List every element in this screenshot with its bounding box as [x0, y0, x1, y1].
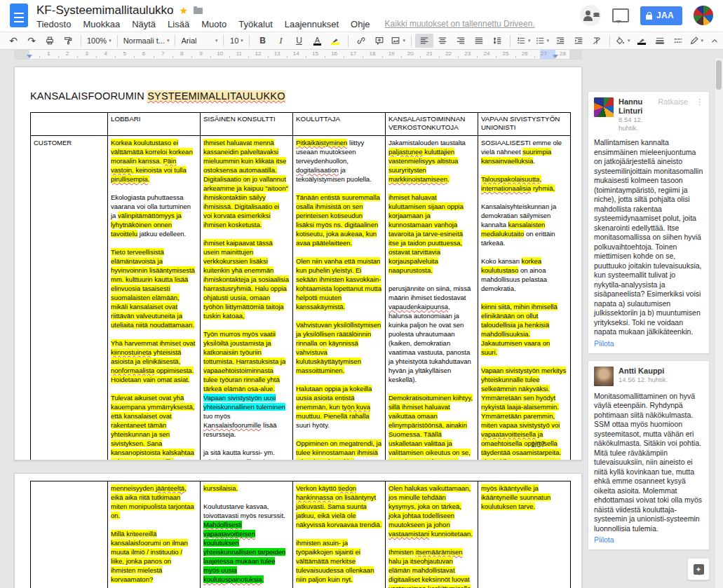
undo-button[interactable]: ↶: [4, 34, 22, 48]
ruler-tick: [58, 56, 59, 58]
ruler-tick: [382, 56, 383, 58]
table-header-role[interactable]: VAPAAN SIVISTYSTYÖN UNIONISTI: [478, 113, 571, 136]
table-cell-empty[interactable]: [31, 481, 108, 588]
presence-icon[interactable]: [580, 5, 601, 26]
clear-formatting-button[interactable]: [588, 34, 606, 48]
align-center-button[interactable]: [433, 34, 452, 48]
paragraph-style-select[interactable]: Normaali t...▾: [121, 34, 172, 48]
comments-icon[interactable]: [612, 8, 629, 22]
table-cell-p2-col3[interactable]: Verkon käyttö tiedon hankinnassa on lisä…: [293, 481, 386, 588]
increase-indent-button[interactable]: [569, 34, 588, 48]
table-header-role[interactable]: LOBBARI: [108, 113, 201, 136]
scrollbar-thumb[interactable]: [716, 60, 722, 90]
text-color-button[interactable]: A: [308, 34, 326, 48]
line-spacing-button[interactable]: [488, 34, 506, 48]
menu-muoto[interactable]: Muoto: [201, 19, 227, 29]
table-header-role[interactable]: SISÄINEN KONSULTTI: [201, 113, 293, 136]
star-icon[interactable]: ★: [180, 6, 189, 15]
insert-link-button[interactable]: [352, 34, 370, 48]
insert-comment-button[interactable]: [370, 34, 388, 48]
border-color-button[interactable]: [633, 34, 651, 48]
cell-paragraph: Demokratisoituminen kiihtyy, sillä ihmis…: [388, 393, 475, 460]
fill-color-button[interactable]: ▾: [614, 34, 633, 48]
move-folder-icon[interactable]: [194, 8, 203, 14]
print-button[interactable]: [41, 34, 59, 48]
border-dash-button[interactable]: [669, 34, 687, 48]
bold-button[interactable]: B: [253, 34, 271, 48]
editing-mode-button[interactable]: ▾: [687, 34, 706, 48]
align-left-button[interactable]: [415, 34, 433, 48]
comment-card[interactable]: Hannu Linturi8.54 12. huhtik.Ratkaise⋮Ma…: [588, 91, 710, 354]
explore-button[interactable]: ✦: [687, 558, 710, 580]
comment-card[interactable]: Antti Kauppi14.56 12. huhtik.Monitasomal…: [588, 360, 710, 551]
cell-paragraph: Ihmisten itsemäärämisen halu ja itseohja…: [388, 547, 475, 588]
cell-paragraph: Olen niin vanha että muistan kun puhelin…: [296, 257, 382, 311]
share-button[interactable]: JAA: [640, 6, 682, 25]
border-width-button[interactable]: [651, 34, 669, 48]
zoom-select[interactable]: 100%▾: [85, 34, 114, 48]
hide-comment-link[interactable]: Piilota: [594, 535, 703, 544]
insert-image-button[interactable]: ▾: [388, 34, 407, 48]
system-model-table-continued[interactable]: menneisyyden jäänteeltä, eikä aika riitä…: [30, 481, 571, 588]
font-size-select[interactable]: 10▾: [227, 34, 245, 48]
hide-comment-link[interactable]: Piilota: [594, 339, 703, 348]
table-header-role[interactable]: KANSALAISTOIMINNAN VERKOSTONKUTOJA: [386, 113, 478, 136]
page-1[interactable]: KANSALAISFOORUMIN SYSTEEMIMALLITAULUKKO …: [14, 67, 582, 460]
menu-ohje[interactable]: Ohje: [351, 19, 370, 29]
table-cell-p2-col4[interactable]: Olen halukas vaikuttamaan, jos minulle t…: [386, 481, 478, 588]
title-highlight: SYSTEEMIMALLITAULUKKO: [147, 90, 285, 102]
table-cell-col3[interactable]: Pitkäikäistyminen liittyy useaan muutoks…: [293, 136, 386, 461]
ruler-number: 21: [426, 50, 433, 57]
ruler-tick: [344, 56, 344, 58]
menu-laajennukset[interactable]: Laajennukset: [285, 19, 339, 29]
row-label-customer[interactable]: CUSTOMER: [31, 136, 108, 461]
ruler-tick: [154, 56, 154, 58]
ruler-number: 18: [369, 50, 375, 57]
underline-button[interactable]: U: [290, 34, 308, 48]
table-cell-col1[interactable]: Korkea koulutustaso ei välttämättä korre…: [108, 136, 201, 461]
comment-menu-icon[interactable]: ⋮: [696, 97, 703, 107]
table-cell-col5[interactable]: SOSIAALISESTI emme ole vielä nähneet suu…: [478, 136, 571, 461]
page-2[interactable]: menneisyyden jäänteeltä, eikä aika riitä…: [14, 473, 582, 588]
table-cell-col4[interactable]: Jakamistalouden taustalta paljastunee ku…: [386, 136, 478, 461]
table-header-empty[interactable]: [31, 113, 108, 136]
table-cell-p2-col5[interactable]: myös ikääntyville ja ikääntyneille suunn…: [478, 481, 571, 588]
ruler[interactable]: 1234567891011121314151617181920212223242…: [0, 50, 723, 59]
cell-paragraph: Korkea koulutustaso ei välttämättä korre…: [111, 138, 197, 184]
cell-paragraph: ihmisten asuin- ja työpaikkojen sijainti…: [296, 538, 382, 584]
decrease-indent-button[interactable]: [551, 34, 569, 48]
bulleted-list-button[interactable]: ▾: [533, 34, 552, 48]
ruler-number: 10: [217, 50, 223, 57]
menu-muokkaa[interactable]: Muokkaa: [83, 19, 120, 29]
menu-työkalut[interactable]: Työkalut: [238, 19, 272, 29]
highlight-color-button[interactable]: [326, 34, 344, 48]
resolve-button[interactable]: Ratkaise: [658, 97, 688, 106]
ruler-tick: [229, 56, 230, 58]
ruler-tick: [268, 56, 269, 58]
indent-marker-right: [553, 55, 558, 58]
table-cell-col2[interactable]: Ihmiset haluavat mennä kassaneidin palve…: [201, 136, 293, 461]
save-status-link[interactable]: Kaikki muutokset on tallennettu Driveen.: [385, 19, 535, 29]
scrollbar[interactable]: [715, 59, 723, 588]
table-header-role[interactable]: KOULUTTAJA: [293, 113, 386, 136]
table-cell-p2-col1[interactable]: menneisyyden jäänteeltä, eikä aika riitä…: [108, 481, 201, 588]
system-model-table[interactable]: LOBBARISISÄINEN KONSULTTIKOULUTTAJAKANSA…: [30, 112, 571, 460]
paint-format-button[interactable]: [59, 34, 77, 48]
comment-meta: Hannu Linturi8.54 12. huhtik.: [619, 97, 651, 132]
document-title[interactable]: KF-Systeemimallitaulukko: [36, 4, 174, 18]
font-select[interactable]: Arial▾: [179, 34, 219, 48]
menu-lisää[interactable]: Lisää: [168, 19, 189, 29]
table-cell-p2-col2[interactable]: kurssilaisia.Koulutustarve kasvaa, toivo…: [201, 481, 293, 588]
collapse-toolbar-button[interactable]: [705, 34, 723, 48]
align-right-button[interactable]: [452, 34, 470, 48]
ruler-number: 9: [199, 50, 202, 57]
redo-button[interactable]: ↷: [22, 34, 41, 48]
user-avatar[interactable]: [694, 6, 713, 25]
docs-logo-icon[interactable]: [10, 4, 28, 27]
menu-tiedosto[interactable]: Tiedosto: [36, 19, 71, 29]
menu-näytä[interactable]: Näytä: [132, 19, 156, 29]
align-justify-button[interactable]: [470, 34, 488, 48]
italic-button[interactable]: I: [271, 34, 290, 48]
numbered-list-button[interactable]: ▾: [514, 34, 533, 48]
cell-paragraph: Työn murros myös vaatii yksilöiltä joust…: [203, 329, 290, 439]
